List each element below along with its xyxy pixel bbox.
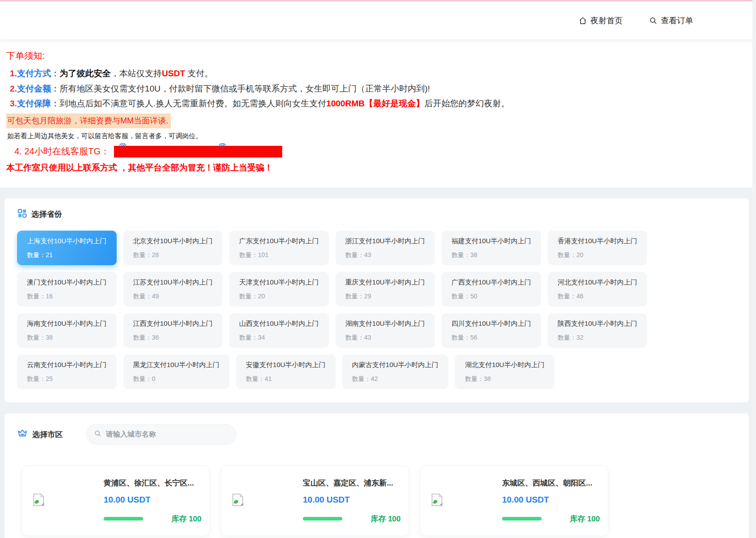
province-card-qty: 数量：29 [345,293,425,301]
broken-image-icon [33,493,44,508]
city-card[interactable]: 宝山区、嘉定区、浦东新... 10.00 USDT 库存 100 [221,465,409,536]
notice-warning: 本工作室只使用以上联系方式 ，其他平台全部为冒充！谨防上当受骗！ [6,161,745,175]
province-card[interactable]: 山西支付10U半小时内上门 数量：34 [229,313,329,348]
province-card-qty: 数量：36 [133,334,213,342]
city-card-title: 东城区、西城区、朝阳区... [502,478,600,488]
notice-note: 如若看上周边其他美女，可以留言给客服，留言者多，可调岗位。 [7,130,745,141]
province-card[interactable]: 内蒙古支付10U半小时内上门 数量：42 [342,354,449,389]
nav-home[interactable]: 夜射首页 [578,15,623,26]
stock-label: 库存 100 [570,514,600,524]
province-card-title: 山西支付10U半小时内上门 [239,319,319,328]
province-card-title: 陕西支付10U半小时内上门 [558,319,638,328]
stock-label: 库存 100 [171,514,201,524]
province-card-qty: 数量：50 [451,293,531,301]
province-card-title: 安徽支付10U半小时内上门 [246,361,326,369]
city-card-price: 10.00 USDT [104,495,201,505]
province-card-title: 湖南支付10U半小时内上门 [345,319,425,328]
tg-handle-redaction: @ @ [114,146,282,157]
province-card[interactable]: 北京支付10U半小时内上门 数量：28 [123,231,223,265]
nav-orders-label: 查看订单 [661,15,693,26]
city-search[interactable] [86,424,236,445]
province-card-title: 广西支付10U半小时内上门 [451,278,531,287]
crown-icon [17,428,28,441]
notice-item-payment-method: 1.支付方式：为了彼此安全，本站仅支持USDT 支付。 [10,66,745,81]
tg-handle-peek: @ [118,142,127,147]
city-card-info: 宝山区、嘉定区、浦东新... 10.00 USDT 库存 100 [303,478,401,524]
province-card-qty: 数量：38 [465,375,545,383]
province-card-title: 香港支付10U半小时内上门 [558,237,638,245]
province-card-title: 天津支付10U半小时内上门 [239,278,319,287]
province-card-qty: 数量：32 [558,334,638,342]
province-card[interactable]: 香港支付10U半小时内上门 数量：20 [548,231,647,265]
province-card-title: 四川支付10U半小时内上门 [451,319,531,328]
stock-label: 库存 100 [371,514,401,524]
province-card-title: 北京支付10U半小时内上门 [133,237,213,245]
province-card-title: 浙江支付10U半小时内上门 [345,237,425,245]
province-card[interactable]: 陕西支付10U半小时内上门 数量：32 [548,313,647,348]
city-section: 选择市区 黄浦区、徐汇区、长宁区... 10.00 US [4,413,749,538]
province-card[interactable]: 四川支付10U半小时内上门 数量：56 [441,313,541,348]
city-card-stock-row: 库存 100 [303,514,401,524]
search-icon [94,429,102,439]
province-card[interactable]: 黑龙江支付10U半小时内上门 数量：0 [123,354,230,389]
province-card[interactable]: 天津支付10U半小时内上门 数量：20 [229,272,329,306]
province-card-qty: 数量：42 [352,375,439,383]
nav-orders[interactable]: 查看订单 [649,15,693,26]
city-card-info: 黄浦区、徐汇区、长宁区... 10.00 USDT 库存 100 [104,478,201,524]
city-card-stock-row: 库存 100 [104,514,201,524]
city-card-image [227,493,303,508]
province-card-qty: 数量：56 [451,334,531,342]
province-card-title: 湖北支付10U半小时内上门 [465,361,545,369]
province-card[interactable]: 湖南支付10U半小时内上门 数量：43 [336,313,435,348]
province-card-qty: 数量：49 [133,293,213,301]
province-section: 选择省份 上海支付10U半小时内上门 数量：21 北京支付10U半小时内上门 数… [4,198,749,402]
province-card-title: 河北支付10U半小时内上门 [558,278,638,287]
province-card-qty: 数量：20 [239,293,319,301]
nav-home-label: 夜射首页 [590,15,623,26]
province-card[interactable]: 河北支付10U半小时内上门 数量：46 [548,272,647,306]
province-card-qty: 数量：43 [345,251,425,259]
province-section-title: 选择省份 [31,209,62,219]
city-card-stock-row: 库存 100 [502,514,600,524]
province-card[interactable]: 湖北支付10U半小时内上门 数量：38 [455,354,555,389]
province-card[interactable]: 江西支付10U半小时内上门 数量：36 [123,313,223,348]
province-card[interactable]: 浙江支付10U半小时内上门 数量：43 [336,231,435,265]
tg-handle-peek: @ [218,142,226,147]
province-card[interactable]: 江苏支付10U半小时内上门 数量：49 [123,272,223,306]
city-card-price: 10.00 USDT [502,495,600,505]
province-card-qty: 数量：101 [239,251,319,259]
home-icon [578,16,587,25]
province-card-title: 内蒙古支付10U半小时内上门 [352,361,439,369]
city-card-title: 黄浦区、徐汇区、长宁区... [104,478,201,488]
search-icon [649,16,658,25]
province-card-qty: 数量：20 [558,251,638,259]
province-card-qty: 数量：34 [239,334,319,342]
province-card[interactable]: 广西支付10U半小时内上门 数量：50 [441,272,541,306]
province-card[interactable]: 广东支付10U半小时内上门 数量：101 [229,231,329,265]
broken-image-icon [431,493,443,508]
province-card[interactable]: 安徽支付10U半小时内上门 数量：41 [236,354,336,389]
province-card[interactable]: 上海支付10U半小时内上门 数量：21 [17,231,117,265]
province-card-qty: 数量：16 [27,293,107,301]
notice-item-telegram: 4. 24小时在线客服TG： @ @ [14,144,745,159]
city-card[interactable]: 东城区、西城区、朝阳区... 10.00 USDT 库存 100 [420,465,608,536]
province-card-title: 云南支付10U半小时内上门 [27,361,107,369]
stock-progress-bar [303,517,342,521]
province-card-title: 江苏支付10U半小时内上门 [133,278,213,287]
province-card[interactable]: 福建支付10U半小时内上门 数量：38 [441,231,541,265]
city-search-input[interactable] [106,430,229,438]
province-card[interactable]: 海南支付10U半小时内上门 数量：38 [17,313,117,348]
province-card[interactable]: 云南支付10U半小时内上门 数量：25 [17,354,117,389]
province-card[interactable]: 澳门支付10U半小时内上门 数量：16 [17,272,117,306]
province-card-qty: 数量：28 [133,251,213,259]
stock-progress-bar [502,517,542,521]
province-card-title: 广东支付10U半小时内上门 [239,237,319,245]
province-card[interactable]: 重庆支付10U半小时内上门 数量：29 [336,272,435,306]
city-card[interactable]: 黄浦区、徐汇区、长宁区... 10.00 USDT 库存 100 [22,465,210,536]
notice-title: 下单须知: [6,48,745,64]
province-card-qty: 数量：46 [558,293,638,301]
order-notice: 下单须知: 1.支付方式：为了彼此安全，本站仅支持USDT 支付。 2.支付金额… [0,39,756,188]
city-card-title: 宝山区、嘉定区、浦东新... [303,478,401,488]
province-card-title: 海南支付10U半小时内上门 [27,319,107,328]
scrollbar[interactable] [752,0,756,538]
